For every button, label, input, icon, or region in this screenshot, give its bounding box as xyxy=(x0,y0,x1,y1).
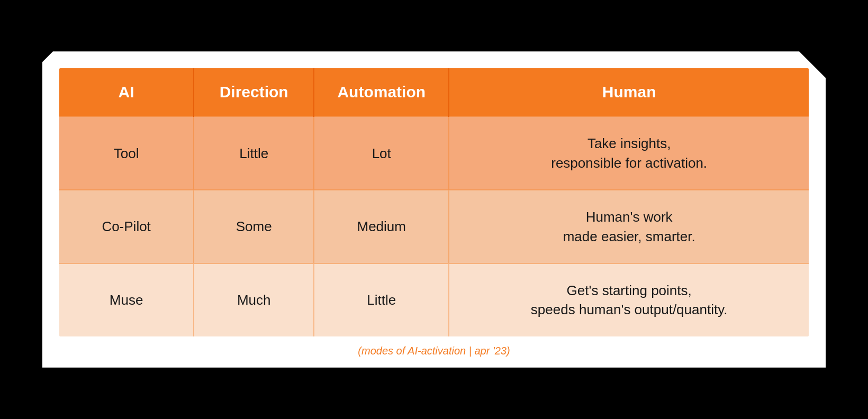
cell-ai-row0: Tool xyxy=(59,116,194,190)
cell-ai-row1: Co-Pilot xyxy=(59,190,194,263)
page-container: AI Direction Automation Human ToolLittle… xyxy=(42,51,826,367)
header-direction: Direction xyxy=(194,68,314,116)
cell-ai-row2: Muse xyxy=(59,263,194,337)
cell-direction-row2: Much xyxy=(194,263,314,337)
table-row: ToolLittleLotTake insights,responsible f… xyxy=(59,116,809,190)
header-automation: Automation xyxy=(314,68,449,116)
cell-direction-row1: Some xyxy=(194,190,314,263)
cell-direction-row0: Little xyxy=(194,116,314,190)
header-ai: AI xyxy=(59,68,194,116)
cell-human-row2: Get's starting points,speeds human's out… xyxy=(449,263,809,337)
footer-note: (modes of AI-activation | apr '23) xyxy=(58,345,810,357)
cell-automation-row2: Little xyxy=(314,263,449,337)
table-row: Co-PilotSomeMediumHuman's workmade easie… xyxy=(59,190,809,263)
main-table: AI Direction Automation Human ToolLittle… xyxy=(58,67,810,337)
table-header-row: AI Direction Automation Human xyxy=(59,68,809,116)
cell-automation-row1: Medium xyxy=(314,190,449,263)
cell-automation-row0: Lot xyxy=(314,116,449,190)
cell-human-row1: Human's workmade easier, smarter. xyxy=(449,190,809,263)
header-human: Human xyxy=(449,68,809,116)
table-row: MuseMuchLittleGet's starting points,spee… xyxy=(59,263,809,337)
cell-human-row0: Take insights,responsible for activation… xyxy=(449,116,809,190)
